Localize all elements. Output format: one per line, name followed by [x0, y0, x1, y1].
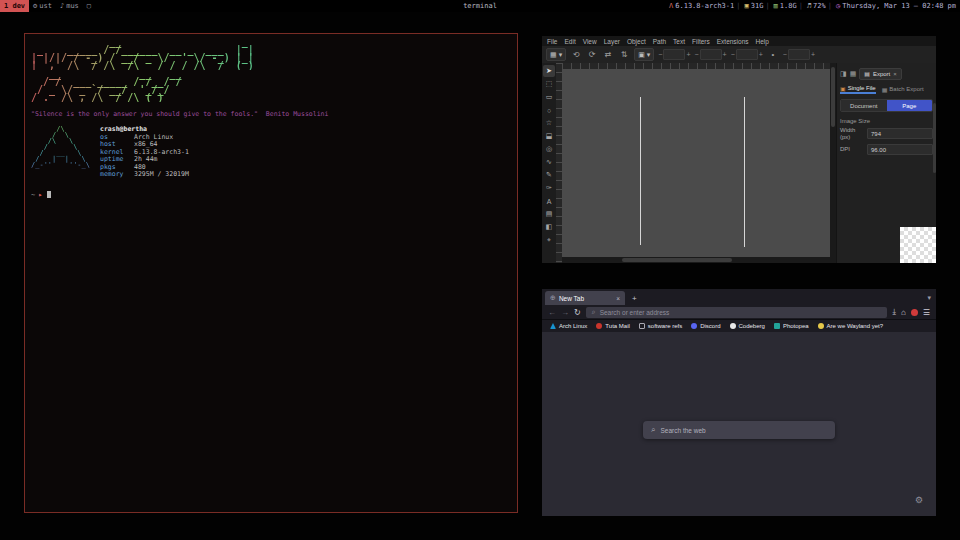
pencil-tool[interactable]: ∿	[543, 156, 555, 168]
newtab-search-box[interactable]: ⌕ Search the web	[643, 421, 835, 439]
bookmark-folder-software-refs[interactable]: software refs	[639, 323, 682, 329]
height-field[interactable]	[788, 49, 810, 60]
export-tab-label: Export	[873, 71, 890, 77]
newtab-search-placeholder: Search the web	[660, 427, 705, 434]
menu-layer[interactable]: Layer	[604, 38, 620, 45]
box3d-tool[interactable]: ⬓	[543, 130, 555, 142]
pen-tool[interactable]: ✎	[543, 169, 555, 181]
minus-icon[interactable]: −	[783, 51, 787, 58]
image-size-heading: Image Size	[840, 118, 933, 124]
x-position-spinner[interactable]: − +	[658, 49, 690, 60]
horizontal-scrollbar[interactable]	[562, 257, 830, 263]
inkscape-canvas[interactable]	[562, 69, 830, 257]
menu-extensions[interactable]: Extensions	[717, 38, 749, 45]
export-dpi-input[interactable]: 96.00	[867, 144, 933, 155]
shell-prompt[interactable]: ~ ▸	[31, 191, 511, 199]
scrollbar-thumb[interactable]	[622, 258, 732, 262]
menu-file[interactable]: File	[547, 38, 557, 45]
menu-help[interactable]: Help	[756, 38, 769, 45]
menu-text[interactable]: Text	[673, 38, 685, 45]
height-spinner[interactable]: − +	[783, 49, 815, 60]
rectangle-tool[interactable]: ▭	[543, 91, 555, 103]
volume-icon: ♬	[807, 2, 811, 10]
page-button[interactable]: Page	[887, 100, 933, 111]
workspace-4[interactable]: ▢	[83, 0, 95, 12]
panel-scrollbar[interactable]	[933, 103, 936, 173]
drawn-vertical-line-1[interactable]	[640, 97, 641, 245]
fortune-quote: "Silence is the only answer you should g…	[31, 110, 511, 118]
y-position-field[interactable]	[700, 49, 722, 60]
export-width-input[interactable]: 794	[867, 128, 933, 139]
close-icon[interactable]: ×	[893, 71, 897, 77]
export-preview-thumbnail	[900, 227, 936, 263]
rotate-cw-icon[interactable]: ⟳	[586, 50, 598, 59]
minus-icon[interactable]: −	[694, 51, 698, 58]
export-dialog-tab[interactable]: ▤ Export ×	[859, 68, 902, 80]
ellipse-tool[interactable]: ○	[543, 104, 555, 116]
batch-export-tab[interactable]: ▦ Batch Export	[882, 86, 924, 93]
personalize-gear-icon[interactable]: ⚙	[915, 495, 923, 505]
plus-icon[interactable]: +	[723, 51, 727, 58]
ublock-extension-icon[interactable]	[911, 309, 918, 316]
node-tool[interactable]: ⬚	[543, 78, 555, 90]
flip-vertical-icon[interactable]: ⇅	[618, 50, 630, 59]
minus-icon[interactable]: −	[658, 51, 662, 58]
plus-icon[interactable]: +	[811, 51, 815, 58]
flip-horizontal-icon[interactable]: ⇄	[602, 50, 614, 59]
dropper-tool[interactable]: ⌖	[543, 234, 555, 246]
selector-tool[interactable]: ➤	[543, 65, 555, 77]
terminal-window[interactable]: __ _ _ _____ / /______ __ _ ___ | | | |/…	[24, 33, 518, 513]
workspace-2[interactable]: ⚙ ust	[29, 0, 56, 12]
menu-edit[interactable]: Edit	[564, 38, 575, 45]
gradient-tool[interactable]: ▤	[543, 208, 555, 220]
close-tab-icon[interactable]: ×	[616, 295, 620, 302]
bookmark-are-we-wayland-yet[interactable]: Are we Wayland yet?	[818, 323, 883, 329]
plus-icon[interactable]: +	[686, 51, 690, 58]
menu-path[interactable]: Path	[653, 38, 666, 45]
x-position-field[interactable]	[663, 49, 685, 60]
scrollbar-thumb[interactable]	[831, 67, 835, 127]
back-icon[interactable]: ←	[548, 308, 556, 317]
active-tab[interactable]: ⊕ New Tab ×	[545, 291, 625, 305]
forward-icon[interactable]: →	[561, 308, 569, 317]
spiral-tool[interactable]: ◎	[543, 143, 555, 155]
width-spinner[interactable]: − +	[731, 49, 763, 60]
rotate-ccw-icon[interactable]: ⟲	[570, 50, 582, 59]
menu-icon[interactable]: ☰	[923, 308, 930, 317]
menu-view[interactable]: View	[583, 38, 597, 45]
fill-stroke-dialog-icon[interactable]: ◨	[840, 70, 847, 78]
width-field[interactable]	[736, 49, 758, 60]
bookmark-photopea[interactable]: Photopea	[774, 323, 809, 329]
bookmark-codeberg[interactable]: Codeberg	[730, 323, 765, 329]
ascii-art-back: __ __ __ / / ___ _____ / /__/ / / _ \/ _…	[31, 70, 511, 102]
y-position-spinner[interactable]: − +	[694, 49, 726, 60]
downloads-icon[interactable]: ⤓	[892, 307, 896, 317]
home-icon[interactable]: ⌂	[901, 308, 906, 317]
calligraphy-tool[interactable]: ✑	[543, 182, 555, 194]
workspace-1[interactable]: 1 dev	[0, 0, 29, 12]
lock-ratio-icon[interactable]: •	[767, 50, 779, 59]
bookmark-discord[interactable]: Discord	[691, 323, 720, 329]
workspace-3[interactable]: ♪ mus	[56, 0, 83, 12]
menu-filters[interactable]: Filters	[692, 38, 710, 45]
drawn-vertical-line-2[interactable]	[744, 97, 745, 247]
single-file-tab[interactable]: ▣ Single File	[840, 85, 876, 94]
selection-mode-dropdown[interactable]: ▦ ▾	[546, 48, 566, 61]
plus-icon[interactable]: +	[759, 51, 763, 58]
list-all-tabs-icon[interactable]: ▾	[927, 294, 933, 302]
snap-dropdown[interactable]: ▣ ▾	[634, 48, 654, 61]
new-tab-button[interactable]: +	[629, 294, 640, 303]
prompt-path: ~	[31, 191, 35, 199]
mesh-tool[interactable]: ◧	[543, 221, 555, 233]
menu-object[interactable]: Object	[627, 38, 646, 45]
document-button[interactable]: Document	[841, 100, 887, 111]
tab-title: New Tab	[559, 295, 584, 302]
minus-icon[interactable]: −	[731, 51, 735, 58]
swatches-dialog-icon[interactable]: ▦	[850, 70, 857, 78]
star-tool[interactable]: ☆	[543, 117, 555, 129]
reload-icon[interactable]: ↻	[574, 308, 581, 317]
text-tool[interactable]: A	[543, 195, 555, 207]
bookmark-tuta-mail[interactable]: Tuta Mail	[596, 323, 629, 329]
address-bar[interactable]: ⌕ Search or enter address	[586, 307, 888, 318]
bookmark-arch-linux[interactable]: Arch Linux	[550, 323, 587, 329]
